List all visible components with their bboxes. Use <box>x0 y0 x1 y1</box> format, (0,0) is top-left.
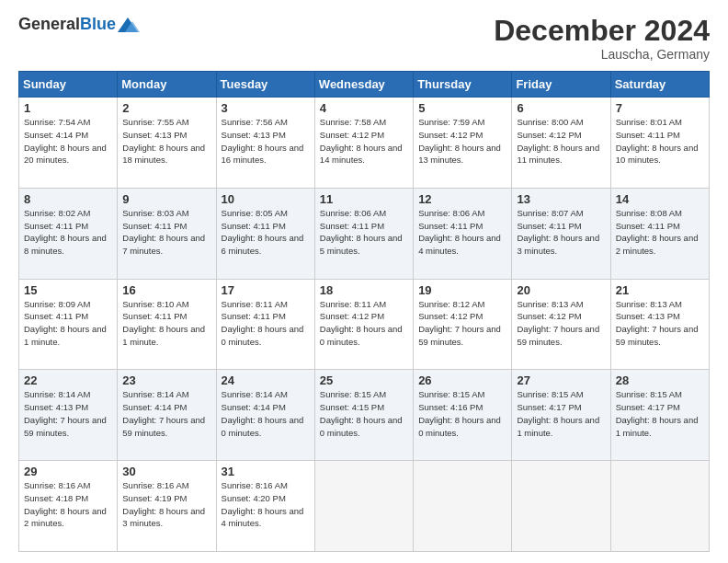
calendar-header-thursday: Thursday <box>414 72 512 98</box>
day-number: 31 <box>222 465 310 478</box>
calendar-day-cell: 22Sunrise: 8:14 AM Sunset: 4:13 PM Dayli… <box>19 370 118 461</box>
calendar-day-cell: 19Sunrise: 8:12 AM Sunset: 4:12 PM Dayli… <box>414 279 512 370</box>
day-info: Sunrise: 8:01 AM Sunset: 4:11 PM Dayligh… <box>616 116 704 167</box>
calendar-day-cell: 6Sunrise: 8:00 AM Sunset: 4:12 PM Daylig… <box>512 98 610 189</box>
logo-general: GeneralBlue <box>18 15 116 34</box>
calendar-table: SundayMondayTuesdayWednesdayThursdayFrid… <box>18 71 710 552</box>
calendar-empty-cell <box>414 461 512 552</box>
day-number: 30 <box>122 465 210 478</box>
day-number: 2 <box>122 101 210 115</box>
calendar-day-cell: 4Sunrise: 7:58 AM Sunset: 4:12 PM Daylig… <box>314 98 413 189</box>
day-number: 22 <box>24 373 112 387</box>
day-number: 4 <box>320 101 408 115</box>
calendar-day-cell: 12Sunrise: 8:06 AM Sunset: 4:11 PM Dayli… <box>414 188 512 279</box>
day-info: Sunrise: 8:12 AM Sunset: 4:12 PM Dayligh… <box>418 298 506 349</box>
day-info: Sunrise: 8:10 AM Sunset: 4:11 PM Dayligh… <box>122 298 210 349</box>
calendar-day-cell: 11Sunrise: 8:06 AM Sunset: 4:11 PM Dayli… <box>314 188 413 279</box>
calendar-day-cell: 26Sunrise: 8:15 AM Sunset: 4:16 PM Dayli… <box>414 370 512 461</box>
day-number: 19 <box>418 283 506 297</box>
day-info: Sunrise: 8:11 AM Sunset: 4:12 PM Dayligh… <box>320 298 408 349</box>
day-number: 7 <box>616 101 704 115</box>
day-info: Sunrise: 8:15 AM Sunset: 4:16 PM Dayligh… <box>418 388 506 439</box>
day-number: 10 <box>222 192 310 206</box>
day-info: Sunrise: 7:54 AM Sunset: 4:14 PM Dayligh… <box>24 116 112 167</box>
day-info: Sunrise: 7:55 AM Sunset: 4:13 PM Dayligh… <box>122 116 210 167</box>
day-number: 6 <box>517 101 605 115</box>
day-info: Sunrise: 8:09 AM Sunset: 4:11 PM Dayligh… <box>24 298 112 349</box>
day-number: 24 <box>222 373 310 387</box>
calendar-day-cell: 30Sunrise: 8:16 AM Sunset: 4:19 PM Dayli… <box>118 461 216 552</box>
logo-icon <box>116 16 140 34</box>
logo: GeneralBlue <box>18 15 140 34</box>
title-block: December 2024 Lauscha, Germany <box>494 15 710 62</box>
calendar-day-cell: 25Sunrise: 8:15 AM Sunset: 4:15 PM Dayli… <box>314 370 413 461</box>
day-info: Sunrise: 8:16 AM Sunset: 4:18 PM Dayligh… <box>24 479 112 530</box>
calendar-day-cell: 16Sunrise: 8:10 AM Sunset: 4:11 PM Dayli… <box>118 279 216 370</box>
calendar-week-row: 29Sunrise: 8:16 AM Sunset: 4:18 PM Dayli… <box>19 461 710 552</box>
day-number: 29 <box>24 465 112 478</box>
day-number: 25 <box>320 373 408 387</box>
day-info: Sunrise: 8:15 AM Sunset: 4:17 PM Dayligh… <box>616 388 704 439</box>
header: GeneralBlue December 2024 Lauscha, Germa… <box>18 15 710 62</box>
day-info: Sunrise: 8:13 AM Sunset: 4:13 PM Dayligh… <box>616 298 704 349</box>
day-info: Sunrise: 8:13 AM Sunset: 4:12 PM Dayligh… <box>517 298 605 349</box>
day-number: 26 <box>418 373 506 387</box>
calendar-day-cell: 20Sunrise: 8:13 AM Sunset: 4:12 PM Dayli… <box>512 279 610 370</box>
calendar-day-cell: 10Sunrise: 8:05 AM Sunset: 4:11 PM Dayli… <box>216 188 314 279</box>
day-info: Sunrise: 8:14 AM Sunset: 4:14 PM Dayligh… <box>222 388 310 439</box>
day-info: Sunrise: 7:56 AM Sunset: 4:13 PM Dayligh… <box>222 116 310 167</box>
day-info: Sunrise: 8:00 AM Sunset: 4:12 PM Dayligh… <box>517 116 605 167</box>
calendar-day-cell: 5Sunrise: 7:59 AM Sunset: 4:12 PM Daylig… <box>414 98 512 189</box>
day-number: 15 <box>24 283 112 297</box>
calendar-header-friday: Friday <box>512 72 610 98</box>
day-number: 23 <box>122 373 210 387</box>
day-number: 11 <box>320 192 408 206</box>
day-number: 27 <box>517 373 605 387</box>
day-info: Sunrise: 7:59 AM Sunset: 4:12 PM Dayligh… <box>418 116 506 167</box>
calendar-week-row: 22Sunrise: 8:14 AM Sunset: 4:13 PM Dayli… <box>19 370 710 461</box>
calendar-day-cell: 13Sunrise: 8:07 AM Sunset: 4:11 PM Dayli… <box>512 188 610 279</box>
calendar-week-row: 1Sunrise: 7:54 AM Sunset: 4:14 PM Daylig… <box>19 98 710 189</box>
calendar-day-cell: 17Sunrise: 8:11 AM Sunset: 4:11 PM Dayli… <box>216 279 314 370</box>
calendar-day-cell: 18Sunrise: 8:11 AM Sunset: 4:12 PM Dayli… <box>314 279 413 370</box>
calendar-header-monday: Monday <box>118 72 216 98</box>
calendar-header-row: SundayMondayTuesdayWednesdayThursdayFrid… <box>19 72 710 98</box>
calendar-week-row: 8Sunrise: 8:02 AM Sunset: 4:11 PM Daylig… <box>19 188 710 279</box>
calendar-empty-cell <box>512 461 610 552</box>
calendar-header-saturday: Saturday <box>610 72 709 98</box>
day-number: 9 <box>122 192 210 206</box>
day-info: Sunrise: 8:15 AM Sunset: 4:15 PM Dayligh… <box>320 388 408 439</box>
calendar-day-cell: 29Sunrise: 8:16 AM Sunset: 4:18 PM Dayli… <box>19 461 118 552</box>
day-info: Sunrise: 8:14 AM Sunset: 4:13 PM Dayligh… <box>24 388 112 439</box>
calendar-week-row: 15Sunrise: 8:09 AM Sunset: 4:11 PM Dayli… <box>19 279 710 370</box>
calendar-day-cell: 14Sunrise: 8:08 AM Sunset: 4:11 PM Dayli… <box>610 188 709 279</box>
calendar-day-cell: 23Sunrise: 8:14 AM Sunset: 4:14 PM Dayli… <box>118 370 216 461</box>
calendar-header-wednesday: Wednesday <box>314 72 413 98</box>
day-number: 18 <box>320 283 408 297</box>
day-info: Sunrise: 8:16 AM Sunset: 4:20 PM Dayligh… <box>222 479 310 530</box>
day-number: 13 <box>517 192 605 206</box>
day-number: 16 <box>122 283 210 297</box>
calendar-day-cell: 8Sunrise: 8:02 AM Sunset: 4:11 PM Daylig… <box>19 188 118 279</box>
day-number: 8 <box>24 192 112 206</box>
day-info: Sunrise: 8:08 AM Sunset: 4:11 PM Dayligh… <box>616 207 704 258</box>
day-number: 20 <box>517 283 605 297</box>
day-info: Sunrise: 8:06 AM Sunset: 4:11 PM Dayligh… <box>320 207 408 258</box>
day-info: Sunrise: 8:05 AM Sunset: 4:11 PM Dayligh… <box>222 207 310 258</box>
month-title: December 2024 <box>494 15 710 47</box>
calendar-day-cell: 3Sunrise: 7:56 AM Sunset: 4:13 PM Daylig… <box>216 98 314 189</box>
page: GeneralBlue December 2024 Lauscha, Germa… <box>0 0 728 563</box>
day-number: 12 <box>418 192 506 206</box>
calendar-day-cell: 28Sunrise: 8:15 AM Sunset: 4:17 PM Dayli… <box>610 370 709 461</box>
day-number: 21 <box>616 283 704 297</box>
day-number: 1 <box>24 101 112 115</box>
day-info: Sunrise: 8:07 AM Sunset: 4:11 PM Dayligh… <box>517 207 605 258</box>
calendar-day-cell: 15Sunrise: 8:09 AM Sunset: 4:11 PM Dayli… <box>19 279 118 370</box>
calendar-header-tuesday: Tuesday <box>216 72 314 98</box>
calendar-day-cell: 31Sunrise: 8:16 AM Sunset: 4:20 PM Dayli… <box>216 461 314 552</box>
calendar-day-cell: 21Sunrise: 8:13 AM Sunset: 4:13 PM Dayli… <box>610 279 709 370</box>
calendar-day-cell: 27Sunrise: 8:15 AM Sunset: 4:17 PM Dayli… <box>512 370 610 461</box>
day-number: 28 <box>616 373 704 387</box>
day-info: Sunrise: 8:14 AM Sunset: 4:14 PM Dayligh… <box>122 388 210 439</box>
calendar-empty-cell <box>314 461 413 552</box>
